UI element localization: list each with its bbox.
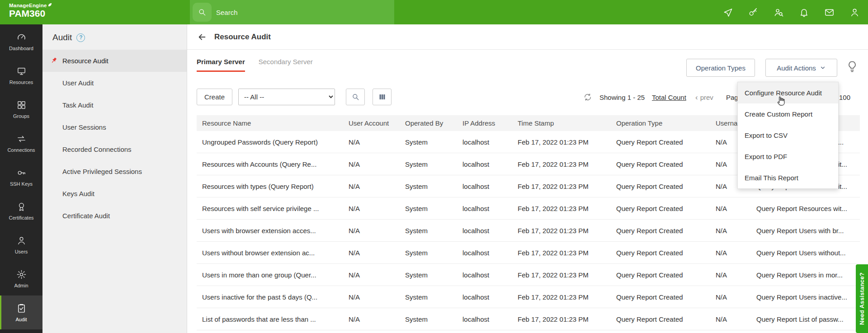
page-title: Resource Audit [214,33,271,42]
cell-user-account: N/A [343,308,400,330]
cell-resource-name: Ungrouped Passwords (Query Report) [197,131,343,153]
cell-user-account: N/A [343,220,400,242]
menu-item-email-this-report[interactable]: Email This Report [738,167,838,188]
audit-actions-button[interactable]: Audit Actions [765,59,837,77]
showing-count: Showing 1 - 25 [599,92,645,103]
audit-nav-recorded-connections[interactable]: Recorded Connections [42,138,187,160]
search-input[interactable] [215,0,394,25]
notifications-icon [799,7,809,18]
cell-user-account: N/A [343,175,400,197]
admin-icon [16,269,27,280]
cell-ip-address: localhost [457,153,512,175]
cell-time-stamp: Feb 17, 2022 01:23 PM [512,242,611,264]
page-size-value[interactable]: 100 [839,92,850,103]
column-header-operated-by[interactable]: Operated By [400,115,457,131]
tab-primary-server[interactable]: Primary Server [197,58,245,72]
top-bar: ManageEngine PAM360 [0,0,868,24]
column-header-operation-type[interactable]: Operation Type [611,115,710,131]
user-audit-button[interactable] [774,7,784,18]
profile-button[interactable] [849,7,860,18]
audit-nav-label: Recorded Connections [62,145,132,153]
cell-notes: Query Report Users inactive... [751,286,860,308]
audit-nav-list: Resource AuditUser AuditTask AuditUser S… [42,50,187,227]
cell-time-stamp: Feb 17, 2022 01:23 PM [512,153,611,175]
need-assistance-tab[interactable]: Need Assistance? [856,264,868,333]
menu-item-export-to-pdf[interactable]: Export to PDF [738,146,838,167]
mail-button[interactable] [824,7,835,18]
content-header: Resource Audit [187,24,868,50]
refresh-button[interactable] [583,92,592,103]
menu-item-create-custom-report[interactable]: Create Custom Report [738,103,838,125]
cell-time-stamp: Feb 17, 2022 01:23 PM [512,220,611,242]
column-chooser-button[interactable] [373,89,392,105]
column-header-resource-name[interactable]: Resource Name [197,115,343,131]
search-icon-tile[interactable] [193,3,212,22]
sidebar-item-label: Certificates [9,215,33,220]
operation-types-button[interactable]: Operation Types [686,59,755,77]
audit-nav-active-privileged-sessions[interactable]: Active Privileged Sessions [42,160,187,183]
menu-item-export-to-csv[interactable]: Export to CSV [738,125,838,146]
search-icon [198,8,207,17]
cell-resource-name: Users with browser extension acces... [197,220,343,242]
table-row: Users without browser extension ac...N/A… [197,242,860,264]
column-header-user-account[interactable]: User Account [343,115,400,131]
total-count-link[interactable]: Total Count [652,92,686,103]
audit-nav-certificate-audit[interactable]: Certificate Audit [42,205,187,227]
help-icon[interactable]: ? [76,33,85,42]
sidebar-item-groups[interactable]: Groups [0,92,42,126]
global-search [190,0,394,24]
sidebar-item-dashboard[interactable]: Dashboard [0,24,42,58]
sidebar-item-audit[interactable]: Audit [0,295,42,329]
column-header-time-stamp[interactable]: Time Stamp [512,115,611,131]
cell-operation-type: Query Report Created [611,264,710,286]
sidebar-item-label: Resources [9,80,33,85]
cell-operation-type: Query Report Created [611,308,710,330]
tab-secondary-server[interactable]: Secondary Server [259,58,313,72]
prev-page-link[interactable]: ‹ prev [695,92,713,103]
search-icon [351,93,360,101]
table-search-button[interactable] [346,89,365,105]
filter-select[interactable]: -- All -- [238,89,335,105]
sidebar-item-resources[interactable]: Resources [0,58,42,92]
sidebar-item-users[interactable]: Users [0,228,42,262]
sidebar-item-label: Dashboard [9,46,33,51]
sidebar-item-label: Audit [15,317,27,322]
notifications-button[interactable] [799,7,809,18]
key-button[interactable] [748,7,759,18]
cell-time-stamp: Feb 17, 2022 01:23 PM [512,264,611,286]
sidebar-item-admin[interactable]: Admin [0,262,42,295]
cell-time-stamp: Feb 17, 2022 01:23 PM [512,286,611,308]
sidebar-item-ssh-keys[interactable]: SSH Keys [0,160,42,194]
audit-nav-label: Resource Audit [62,57,108,65]
cell-username: N/A [710,264,751,286]
audit-nav-label: User Sessions [62,123,106,131]
prev-label: prev [700,94,713,101]
profile-icon [849,7,860,18]
cell-resource-name: Users without browser extension ac... [197,242,343,264]
back-button[interactable] [197,32,207,42]
create-button[interactable]: Create [197,89,232,105]
audit-nav-user-sessions[interactable]: User Sessions [42,116,187,138]
mail-icon [824,7,835,18]
sidebar-item-certificates[interactable]: Certificates [0,194,42,228]
cell-operation-type: Query Report Created [611,175,710,197]
lightbulb-icon[interactable] [845,60,859,73]
audit-nav-task-audit[interactable]: Task Audit [42,94,187,116]
cell-user-account: N/A [343,131,400,153]
dashboard-icon [16,32,27,42]
menu-item-configure-resource-audit[interactable]: Configure Resource Audit [738,82,838,103]
cell-user-account: N/A [343,242,400,264]
groups-icon [16,100,27,110]
sidebar-item-label: Users [15,249,28,254]
sidebar-item-connections[interactable]: Connections [0,126,42,160]
manageengine-pam360-logo[interactable]: ManageEngine PAM360 [9,3,52,19]
rocket-button[interactable] [723,7,733,18]
audit-nav-keys-audit[interactable]: Keys Audit [42,183,187,205]
audit-nav-resource-audit[interactable]: Resource Audit [42,50,187,72]
audit-nav-user-audit[interactable]: User Audit [42,72,187,94]
cell-operation-type: Query Report Created [611,197,710,220]
cell-username: N/A [710,220,751,242]
column-header-ip-address[interactable]: IP Address [457,115,512,131]
sidebar-item-label: Groups [13,113,29,119]
chevron-down-icon [820,65,826,71]
